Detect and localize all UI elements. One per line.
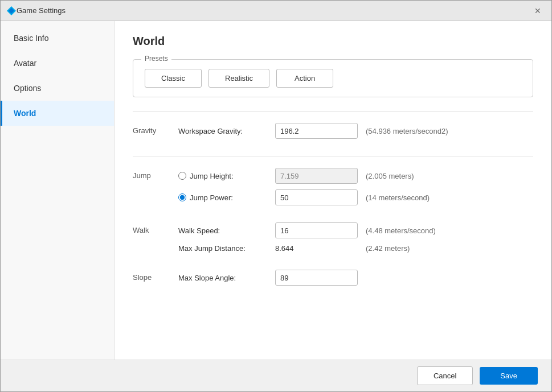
- jump-power-radio[interactable]: [178, 193, 186, 201]
- slope-section: Slope Max Slope Angle:: [133, 270, 533, 291]
- slope-label: Slope: [133, 270, 178, 282]
- jump-label: Jump: [133, 168, 178, 180]
- presets-group: Presets Classic Realistic Action: [133, 59, 533, 97]
- jump-height-radio[interactable]: [178, 172, 186, 180]
- walk-speed-label: Walk Speed:: [178, 226, 275, 235]
- workspace-gravity-unit: (54.936 meters/second2): [366, 127, 448, 135]
- max-jump-dist-unit: (2.42 meters): [366, 244, 410, 253]
- preset-realistic-button[interactable]: Realistic: [208, 69, 269, 88]
- max-slope-label: Max Slope Angle:: [178, 274, 275, 282]
- divider-2: [133, 156, 533, 156]
- preset-classic-button[interactable]: Classic: [145, 69, 202, 88]
- window-title: Game Settings: [17, 6, 530, 15]
- workspace-gravity-row: Workspace Gravity: (54.936 meters/second…: [178, 123, 533, 139]
- footer: Cancel Save: [1, 360, 551, 391]
- preset-action-button[interactable]: Action: [276, 69, 333, 88]
- cancel-button[interactable]: Cancel: [417, 366, 473, 385]
- title-bar: Game Settings ✕: [1, 1, 551, 21]
- walk-section: Walk Walk Speed: (4.48 meters/second) Ma…: [133, 222, 533, 258]
- gravity-fields: Workspace Gravity: (54.936 meters/second…: [178, 123, 533, 145]
- max-jump-distance-row: Max Jump Distance: 8.644 (2.42 meters): [178, 244, 533, 253]
- gravity-row: Gravity Workspace Gravity: (54.936 meter…: [133, 123, 533, 145]
- gravity-label: Gravity: [133, 123, 178, 135]
- workspace-gravity-input[interactable]: [275, 123, 358, 139]
- walk-speed-row: Walk Speed: (4.48 meters/second): [178, 222, 533, 238]
- jump-power-input[interactable]: [275, 189, 358, 205]
- presets-buttons: Classic Realistic Action: [145, 69, 521, 88]
- jump-height-unit: (2.005 meters): [366, 172, 414, 180]
- presets-legend: Presets: [141, 55, 171, 63]
- jump-row: Jump Jump Height: (2.005 meters): [133, 168, 533, 211]
- close-button[interactable]: ✕: [530, 3, 546, 19]
- content-area: Basic Info Avatar Options World World Pr…: [1, 21, 551, 360]
- walk-row: Walk Walk Speed: (4.48 meters/second) Ma…: [133, 222, 533, 258]
- page-title: World: [133, 35, 533, 48]
- jump-height-label: Jump Height:: [178, 172, 275, 180]
- max-jump-dist-value: 8.644: [275, 244, 358, 253]
- jump-height-input: [275, 168, 358, 184]
- save-button[interactable]: Save: [480, 367, 538, 385]
- jump-height-row: Jump Height: (2.005 meters): [178, 168, 533, 184]
- main-panel: World Presets Classic Realistic Action G…: [115, 21, 551, 360]
- gravity-section: Gravity Workspace Gravity: (54.936 meter…: [133, 123, 533, 145]
- jump-fields: Jump Height: (2.005 meters) Jump Power:: [178, 168, 533, 211]
- max-slope-input[interactable]: [275, 270, 358, 286]
- sidebar-item-basic-info[interactable]: Basic Info: [1, 26, 114, 51]
- walk-speed-unit: (4.48 meters/second): [366, 226, 436, 235]
- jump-power-row: Jump Power: (14 meters/second): [178, 189, 533, 205]
- sidebar-item-avatar[interactable]: Avatar: [1, 51, 114, 76]
- walk-fields: Walk Speed: (4.48 meters/second) Max Jum…: [178, 222, 533, 258]
- sidebar-item-options[interactable]: Options: [1, 76, 114, 101]
- max-jump-dist-label: Max Jump Distance:: [178, 244, 275, 253]
- slope-fields: Max Slope Angle:: [178, 270, 533, 291]
- game-settings-window: Game Settings ✕ Basic Info Avatar Option…: [0, 0, 552, 392]
- walk-speed-input[interactable]: [275, 222, 358, 238]
- slope-row: Slope Max Slope Angle:: [133, 270, 533, 291]
- divider-1: [133, 111, 533, 112]
- sidebar: Basic Info Avatar Options World: [1, 21, 115, 360]
- jump-section: Jump Jump Height: (2.005 meters): [133, 168, 533, 211]
- workspace-gravity-label: Workspace Gravity:: [178, 127, 275, 135]
- sidebar-item-world[interactable]: World: [1, 101, 114, 126]
- walk-label: Walk: [133, 222, 178, 234]
- app-icon: [6, 6, 17, 16]
- max-slope-row: Max Slope Angle:: [178, 270, 533, 286]
- jump-power-unit: (14 meters/second): [366, 193, 430, 202]
- jump-power-label: Jump Power:: [178, 193, 275, 202]
